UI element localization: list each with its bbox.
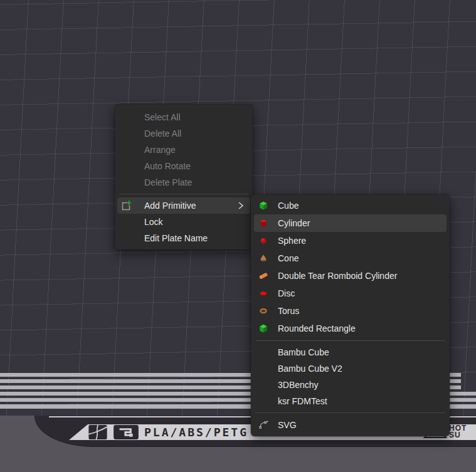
torus-icon	[258, 306, 268, 316]
menu-item-delete-plate: Delete Plate	[117, 174, 250, 191]
menu-item-bambu-cube[interactable]: Bambu Cube	[254, 344, 447, 360]
menu-item-label: Double Tear Romboid Cylinder	[278, 271, 397, 281]
warning-line-2: SU	[449, 432, 467, 439]
menu-item-cylinder[interactable]: Cylinder	[254, 214, 447, 232]
menu-item-label: Cube	[278, 201, 299, 211]
menu-item-select-all: Select All	[117, 109, 250, 125]
cylinder-icon	[258, 218, 268, 228]
menu-item-add-primitive[interactable]: Add Primitive	[117, 197, 250, 214]
menu-item-delete-all: Delete All	[117, 125, 250, 142]
menu-item-label: Cylinder	[278, 218, 310, 228]
menu-separator	[119, 194, 248, 194]
menu-item-bambu-cube-v2[interactable]: Bambu Cube V2	[254, 360, 447, 377]
menu-item-arrange: Arrange	[117, 142, 250, 158]
cone-icon	[258, 253, 268, 263]
plate-material-label: PLA/ABS/PETG	[144, 426, 248, 439]
sphere-icon	[258, 236, 268, 246]
menu-item-label: Add Primitive	[144, 201, 196, 211]
menu-separator	[255, 412, 445, 413]
menu-item-label: Disc	[278, 288, 295, 298]
menu-item-ksr-fdmtest[interactable]: ksr FDMTest	[254, 393, 447, 409]
menu-item-label: Torus	[278, 306, 299, 316]
menu-item-svg[interactable]: SVG	[254, 416, 447, 434]
menu-item-label: Sphere	[278, 236, 306, 246]
menu-item-label: Auto Rotate	[144, 161, 191, 171]
menu-item-cube[interactable]: Cube	[254, 197, 447, 214]
menu-item-label: 3DBenchy	[278, 380, 319, 390]
menu-item-label: Bambu Cube	[278, 347, 329, 357]
viewport-3d-canvas[interactable]: PLA/ABS/PETG HOT SU Select AllDelete All…	[0, 0, 476, 472]
menu-item-double-tear-romboid-cylinder[interactable]: Double Tear Romboid Cylinder	[254, 267, 447, 285]
menu-item-label: Edit Plate Name	[144, 233, 208, 243]
menu-item-label: Bambu Cube V2	[278, 364, 342, 374]
menu-item-rounded-rectangle[interactable]: Rounded Rectangle	[254, 320, 447, 337]
menu-item-torus[interactable]: Torus	[254, 302, 447, 320]
bambu-mark-icon	[113, 425, 139, 439]
svg-curve-icon	[258, 420, 268, 430]
add-primitive-icon	[120, 200, 132, 211]
menu-item-label: Select All	[144, 112, 181, 122]
menu-item-label: Lock	[144, 217, 163, 227]
menu-item-label: Rounded Rectangle	[278, 323, 356, 333]
disc-icon	[258, 288, 268, 298]
chevron-right-icon	[238, 201, 244, 210]
menu-item-edit-plate-name[interactable]: Edit Plate Name	[117, 230, 250, 246]
menu-item-label: Delete All	[144, 128, 181, 139]
add-primitive-submenu: CubeCylinderSphereConeDouble Tear Romboi…	[251, 194, 450, 436]
menu-item-label: ksr FDMTest	[278, 396, 327, 406]
menu-item-label: Cone	[278, 253, 299, 263]
capsule-icon	[258, 271, 268, 281]
cube-icon	[258, 201, 268, 211]
rounded-rectangle-icon	[258, 323, 268, 333]
menu-item-label: Delete Plate	[144, 177, 192, 187]
menu-item-cone[interactable]: Cone	[254, 249, 447, 267]
menu-item-auto-rotate: Auto Rotate	[117, 158, 250, 174]
plate-context-menu: Select AllDelete AllArrangeAuto RotateDe…	[115, 105, 253, 249]
bambu-swirl-icon	[88, 425, 108, 439]
menu-separator	[255, 340, 445, 341]
menu-item-label: Arrange	[144, 145, 176, 155]
hot-surface-warning-text: HOT SU	[449, 425, 467, 439]
menu-item-label: SVG	[278, 420, 297, 430]
menu-item-3dbenchy[interactable]: 3DBenchy	[254, 377, 447, 393]
menu-item-disc[interactable]: Disc	[254, 285, 447, 302]
menu-item-lock[interactable]: Lock	[117, 214, 250, 230]
menu-item-sphere[interactable]: Sphere	[254, 232, 447, 249]
